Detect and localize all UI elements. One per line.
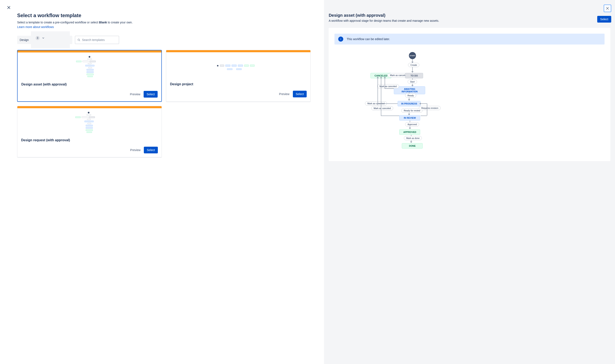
page-description: Select a template to create a pre-config… bbox=[17, 20, 311, 29]
workflow-diagram: START Create CANCELED Mark as canceled T… bbox=[334, 51, 604, 155]
select-button[interactable]: Select bbox=[144, 91, 158, 98]
search-icon bbox=[77, 38, 80, 42]
template-card[interactable]: Design asset (with approval) Preview Sel… bbox=[17, 50, 162, 102]
close-icon bbox=[7, 5, 11, 10]
filter-dropdown[interactable]: Design 3 bbox=[17, 36, 72, 44]
template-card[interactable]: Design project Preview Select bbox=[166, 50, 311, 102]
transition-ready: Ready bbox=[405, 93, 416, 98]
card-title: Design request (with approval) bbox=[21, 138, 158, 142]
close-preview-button[interactable] bbox=[604, 5, 611, 12]
template-cards: Design asset (with approval) Preview Sel… bbox=[17, 50, 311, 157]
page-title: Select a workflow template bbox=[17, 13, 311, 18]
preview-button[interactable]: Preview bbox=[277, 91, 292, 97]
filter-label: Design bbox=[20, 38, 29, 42]
left-panel: Select a workflow template Select a temp… bbox=[0, 0, 324, 364]
card-accent-bar bbox=[166, 50, 310, 52]
card-thumbnail bbox=[18, 52, 161, 80]
close-icon bbox=[606, 6, 609, 10]
transition-requires-revision: Requires revision bbox=[419, 106, 440, 110]
info-icon bbox=[338, 37, 343, 42]
svg-line-3 bbox=[79, 40, 80, 41]
template-card[interactable]: Design request (with approval) Preview S… bbox=[17, 106, 162, 157]
preview-title: Design asset (with approval) bbox=[329, 13, 385, 18]
card-title: Design asset (with approval) bbox=[21, 82, 158, 86]
status-approved: APPROVED bbox=[399, 129, 420, 135]
card-thumbnail bbox=[166, 52, 310, 79]
card-title: Design project bbox=[170, 82, 307, 86]
card-accent-bar bbox=[18, 50, 161, 52]
info-banner-text: This workflow can be edited later. bbox=[347, 37, 390, 41]
status-done: DONE bbox=[402, 143, 423, 149]
search-input[interactable] bbox=[82, 38, 117, 42]
select-button[interactable]: Select bbox=[293, 91, 307, 97]
info-banner: This workflow can be edited later. bbox=[334, 34, 604, 44]
preview-button[interactable]: Preview bbox=[128, 147, 143, 153]
close-button[interactable] bbox=[5, 4, 13, 11]
transition-mark-canceled: Mark as canceled bbox=[371, 106, 393, 110]
status-in-progress: IN PROGRESS bbox=[398, 101, 421, 106]
workflow-start-node: START bbox=[409, 52, 416, 59]
preview-panel: This workflow can be edited later. START… bbox=[329, 28, 610, 161]
transition-mark-done: Mark as done bbox=[404, 136, 422, 140]
status-in-review: IN REVIEW bbox=[399, 115, 420, 121]
chevron-down-icon bbox=[42, 37, 45, 39]
transition-start: Start bbox=[408, 80, 417, 84]
transition-mark-canceled: Mark as canceled bbox=[377, 84, 399, 88]
filter-count-badge: 3 bbox=[36, 36, 40, 40]
svg-point-6 bbox=[340, 38, 341, 39]
select-button[interactable]: Select bbox=[144, 147, 158, 153]
transition-approved: Approved bbox=[405, 122, 419, 126]
transition-create: Create bbox=[408, 63, 419, 67]
svg-rect-7 bbox=[341, 39, 341, 40]
preview-select-button[interactable]: Select bbox=[597, 16, 611, 23]
learn-more-link[interactable]: Learn more about workflows bbox=[17, 25, 54, 29]
card-accent-bar bbox=[17, 106, 162, 108]
preview-description: A workflow with approval stage for desig… bbox=[329, 19, 610, 22]
card-thumbnail bbox=[17, 108, 162, 135]
preview-button[interactable]: Preview bbox=[128, 91, 142, 98]
right-panel: Design asset (with approval) Select A wo… bbox=[324, 0, 615, 364]
search-box[interactable] bbox=[75, 36, 119, 44]
status-todo: TO DO bbox=[405, 73, 423, 78]
